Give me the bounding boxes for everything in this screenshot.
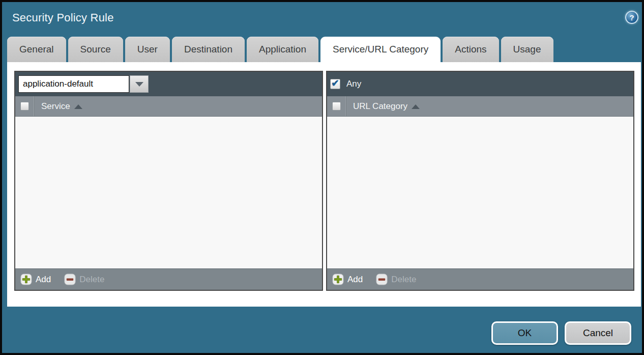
service-add-label: Add [36, 275, 51, 285]
url-category-panel: ✔ Any URL Category [326, 71, 634, 291]
any-checkbox[interactable]: ✔ [330, 79, 340, 89]
service-panel: application-default Service [14, 71, 323, 291]
minus-icon [64, 274, 76, 285]
chevron-down-icon [135, 82, 143, 87]
service-footer: Add Delete [15, 268, 322, 290]
url-category-select-all-checkbox[interactable] [332, 102, 341, 111]
service-list [15, 117, 322, 268]
minus-icon [376, 274, 388, 285]
url-category-delete-button[interactable]: Delete [376, 274, 416, 285]
service-type-input[interactable]: application-default [18, 75, 129, 93]
url-category-toolbar: ✔ Any [327, 72, 633, 96]
url-category-footer: Add Delete [327, 268, 633, 290]
plus-icon [20, 274, 32, 285]
service-select-all-checkbox[interactable] [20, 102, 29, 111]
sort-ascending-icon [74, 104, 82, 109]
tab-bar: General Source User Destination Applicat… [7, 37, 553, 62]
tab-content-service-url-category: application-default Service [7, 62, 641, 307]
help-icon-glyph: ? [629, 13, 634, 22]
help-icon[interactable]: ? [625, 11, 638, 24]
service-table-header: Service [15, 96, 322, 117]
any-label: Any [346, 79, 361, 89]
tab-general[interactable]: General [7, 37, 66, 62]
tab-source[interactable]: Source [68, 37, 123, 62]
service-delete-button[interactable]: Delete [64, 274, 104, 285]
tab-destination[interactable]: Destination [172, 37, 245, 62]
tab-usage[interactable]: Usage [501, 37, 553, 62]
tab-actions[interactable]: Actions [443, 37, 499, 62]
sort-ascending-icon [412, 104, 420, 109]
url-category-add-button[interactable]: Add [332, 274, 363, 285]
url-category-list [327, 117, 633, 268]
tab-user[interactable]: User [125, 37, 170, 62]
dialog-title: Security Policy Rule [12, 11, 114, 24]
service-select-all-cell [15, 96, 34, 116]
service-column-header[interactable]: Service [41, 101, 82, 112]
tab-service-url-category[interactable]: Service/URL Category [320, 37, 441, 62]
service-type-combobox: application-default [18, 75, 149, 93]
ok-button[interactable]: OK [491, 321, 558, 345]
url-category-delete-label: Delete [391, 275, 416, 285]
url-category-add-label: Add [347, 275, 363, 285]
security-policy-rule-dialog: Security Policy Rule ? General Source Us… [0, 0, 644, 355]
url-category-table-header: URL Category [327, 96, 633, 117]
url-category-column-header[interactable]: URL Category [353, 101, 420, 112]
service-add-button[interactable]: Add [20, 274, 51, 285]
plus-icon [332, 274, 344, 285]
check-icon: ✔ [331, 78, 339, 88]
service-toolbar: application-default [15, 72, 322, 96]
cancel-button[interactable]: Cancel [565, 321, 631, 345]
service-type-dropdown-button[interactable] [130, 75, 149, 93]
tab-application[interactable]: Application [247, 37, 318, 62]
service-delete-label: Delete [79, 275, 104, 285]
service-type-value: application-default [23, 79, 93, 89]
url-category-select-all-cell [327, 96, 346, 116]
